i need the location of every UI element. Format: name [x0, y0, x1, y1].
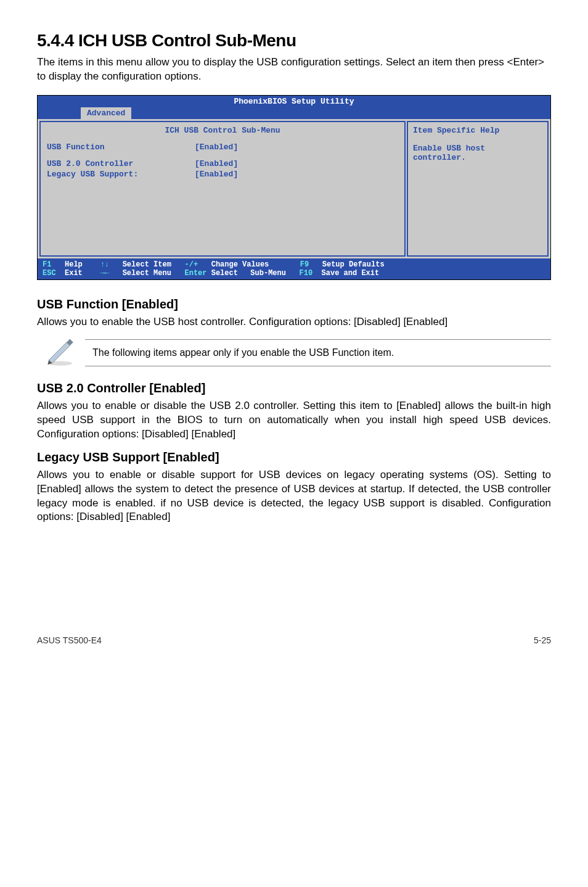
note-text: The following items appear only if you e… [85, 339, 551, 366]
bios-body: ICH USB Control Sub-Menu USB Function [E… [38, 119, 550, 258]
bios-screen: PhoenixBIOS Setup Utility Advanced ICH U… [37, 95, 551, 280]
bios-label: USB 2.0 Controller [47, 159, 195, 168]
heading-legacy-usb: Legacy USB Support [Enabled] [37, 450, 551, 464]
heading-usb-function: USB Function [Enabled] [37, 297, 551, 311]
footer-keys-1: F1 Help ↑↓ Select Item -/+ Change Values… [43, 260, 385, 278]
bios-value: [Enabled] [195, 142, 238, 152]
footer-right: 5-25 [534, 635, 551, 645]
bios-row-legacy-usb[interactable]: Legacy USB Support: [Enabled] [47, 170, 398, 179]
body-usb-function: Allows you to enable the USB host contro… [37, 315, 551, 329]
bios-panel-title: ICH USB Control Sub-Menu [47, 126, 398, 135]
body-legacy-usb: Allows you to enable or disable support … [37, 468, 551, 525]
bios-main-panel: ICH USB Control Sub-Menu USB Function [E… [39, 121, 406, 257]
bios-footer: F1 Help ↑↓ Select Item -/+ Change Values… [38, 258, 550, 279]
bios-tab-row: Advanced [38, 107, 550, 119]
bios-title-bar: PhoenixBIOS Setup Utility [38, 96, 550, 107]
footer-left: ASUS TS500-E4 [37, 635, 102, 645]
heading-usb20: USB 2.0 Controller [Enabled] [37, 381, 551, 395]
bios-label: Legacy USB Support: [47, 170, 195, 179]
bios-tab-advanced[interactable]: Advanced [81, 107, 131, 119]
bios-row-usb20[interactable]: USB 2.0 Controller [Enabled] [47, 159, 398, 168]
svg-marker-1 [49, 342, 70, 363]
bios-help-text: Enable USB host controller. [413, 144, 542, 162]
pencil-icon [44, 338, 81, 368]
note-box: The following items appear only if you e… [37, 338, 551, 368]
bios-help-title: Item Specific Help [413, 126, 542, 135]
section-intro: The items in this menu allow you to disp… [37, 56, 551, 84]
bios-value: [Enabled] [195, 170, 238, 179]
bios-label: USB Function [47, 142, 195, 152]
bios-value: [Enabled] [195, 159, 238, 168]
bios-row-usb-function[interactable]: USB Function [Enabled] [47, 142, 398, 152]
section-title: 5.4.4 ICH USB Control Sub-Menu [37, 31, 551, 51]
bios-help-panel: Item Specific Help Enable USB host contr… [407, 121, 549, 257]
body-usb20: Allows you to enable or disable the USB … [37, 399, 551, 442]
page-footer: ASUS TS500-E4 5-25 [37, 635, 551, 645]
